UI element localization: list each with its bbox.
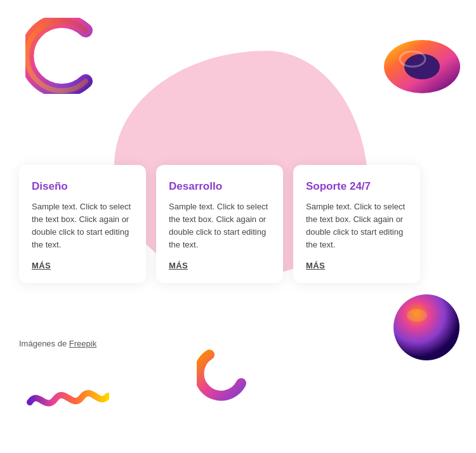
card-diseno-text: Sample text. Click to select the text bo… bbox=[32, 200, 133, 252]
svg-point-3 bbox=[393, 294, 459, 360]
canvas: Diseño Sample text. Click to select the … bbox=[0, 0, 476, 453]
footer-text: Imágenes de Freepik bbox=[19, 339, 96, 348]
card-diseno-title: Diseño bbox=[32, 180, 133, 193]
shape-torus-topright bbox=[381, 35, 457, 92]
card-diseno: Diseño Sample text. Click to select the … bbox=[19, 165, 146, 283]
card-desarrollo-text: Sample text. Click to select the text bo… bbox=[169, 200, 270, 252]
card-desarrollo: Desarrollo Sample text. Click to select … bbox=[156, 165, 283, 283]
shape-c-topleft bbox=[25, 18, 95, 88]
footer-label: Imágenes de bbox=[19, 339, 69, 348]
cards-container: Diseño Sample text. Click to select the … bbox=[19, 165, 420, 283]
card-soporte-link[interactable]: MÁS bbox=[306, 261, 407, 270]
svg-point-4 bbox=[407, 309, 427, 322]
card-soporte: Soporte 24/7 Sample text. Click to selec… bbox=[293, 165, 420, 283]
shape-sphere-bottomright bbox=[390, 291, 460, 361]
card-desarrollo-title: Desarrollo bbox=[169, 180, 270, 193]
shape-c-bottom bbox=[197, 348, 248, 399]
freepik-link[interactable]: Freepik bbox=[69, 339, 96, 348]
card-diseno-link[interactable]: MÁS bbox=[32, 261, 133, 270]
card-soporte-text: Sample text. Click to select the text bo… bbox=[306, 200, 407, 252]
card-soporte-title: Soporte 24/7 bbox=[306, 180, 407, 193]
shape-wave-bottomleft bbox=[27, 383, 103, 412]
card-desarrollo-link[interactable]: MÁS bbox=[169, 261, 270, 270]
